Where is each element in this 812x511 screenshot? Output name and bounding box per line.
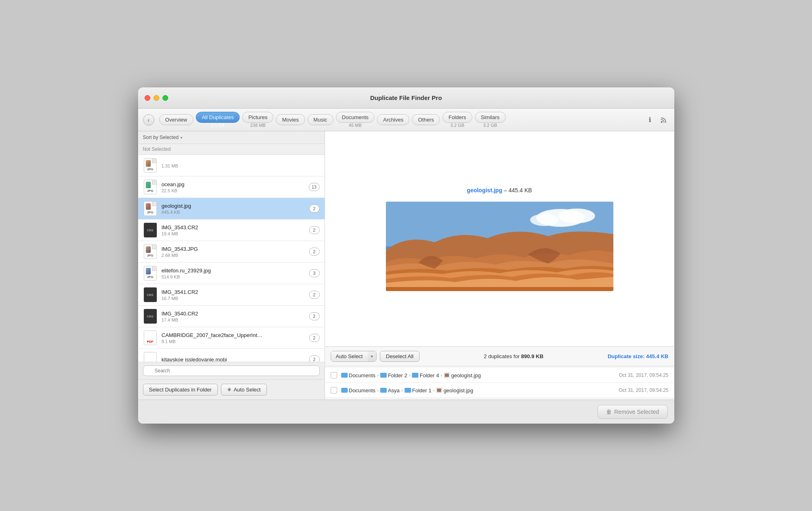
path-folder: Documents — [341, 387, 376, 394]
duplicate-badge: 2 — [309, 291, 320, 299]
window-title: Duplicate File Finder Pro — [370, 94, 442, 101]
list-item[interactable]: CR2 IMG_3540.CR2 17.4 MB 2 — [138, 306, 325, 327]
path-folder: Asya — [380, 387, 400, 394]
tab-folders[interactable]: Folders 3.2 GB — [442, 112, 472, 128]
tab-documents-size: 45 MB — [349, 123, 362, 128]
list-item[interactable]: MOBI kitayskoe issledovanie.mobi 2 — [138, 349, 325, 362]
tab-movies[interactable]: Movies — [276, 114, 305, 125]
rss-icon[interactable] — [658, 114, 669, 126]
file-icon: PDF — [143, 331, 158, 345]
file-icon: JPG — [143, 158, 158, 173]
file-info: kitayskoe issledovanie.mobi — [162, 357, 309, 362]
traffic-lights — [145, 95, 168, 101]
tab-music[interactable]: Music — [307, 114, 333, 125]
file-size: 16.7 MB — [162, 296, 309, 301]
folder-icon — [380, 388, 387, 393]
auto-select-button[interactable]: ✳ Auto Select — [221, 384, 267, 396]
duplicate-badge: 3 — [309, 269, 320, 277]
list-item[interactable]: JPG IMG_3543.JPG 2.68 MB 2 — [138, 241, 325, 263]
maximize-button[interactable] — [162, 95, 168, 101]
close-button[interactable] — [145, 95, 150, 101]
file-name: CAMBRIDGE_2007_face2face_UpperInt… — [162, 332, 309, 338]
dup-size-label: Duplicate size: — [608, 353, 645, 359]
path-folder-name: Folder 2 — [388, 372, 407, 378]
file-info: IMG_3541.CR2 16.7 MB — [162, 289, 309, 301]
duplicate-item[interactable]: Documents › Asya › Folder 1 — [325, 383, 674, 398]
dup-auto-select-arrow-button[interactable]: ▾ — [368, 351, 376, 361]
file-size: 19.4 MB — [162, 231, 309, 236]
duplicate-badge: 2 — [309, 204, 320, 213]
tab-others-label[interactable]: Others — [412, 114, 440, 125]
preview-area: geologist.jpg – 445.4 KB — [325, 131, 674, 347]
file-size: 17.4 MB — [162, 317, 309, 322]
list-item[interactable]: JPG ocean.jpg 22.5 KB 13 — [138, 176, 325, 198]
sort-dropdown-icon[interactable]: ▾ — [180, 135, 182, 140]
tab-pictures[interactable]: Pictures 238 MB — [242, 112, 273, 128]
search-input[interactable] — [143, 365, 320, 376]
file-icon: JPG — [143, 244, 158, 259]
tab-similars-label[interactable]: Similars — [475, 112, 506, 123]
preview-title: geologist.jpg – 445.4 KB — [467, 187, 532, 194]
file-size: 9.1 MB — [162, 339, 309, 344]
file-icon: CR2 — [143, 287, 158, 302]
dup-info-text: 2 duplicates for — [484, 353, 520, 359]
path-folder-name: Documents — [349, 387, 376, 394]
path-chevron-icon: › — [377, 373, 379, 378]
deselect-all-button[interactable]: Deselect All — [380, 351, 420, 362]
path-folder: Folder 2 — [380, 372, 407, 378]
tab-pictures-label[interactable]: Pictures — [242, 112, 273, 123]
tab-all-duplicates-label[interactable]: All Duplicates — [196, 112, 240, 123]
sort-bar: Sort by Selected ▾ — [138, 131, 325, 144]
auto-select-label: Auto Select — [234, 387, 261, 393]
tab-all-duplicates[interactable]: All Duplicates 3.5 GB — [196, 112, 240, 128]
dup-toolbar: Auto Select ▾ Deselect All 2 duplicates … — [325, 347, 674, 366]
dup-size-value: 445.4 KB — [646, 353, 669, 359]
tab-overview-label[interactable]: Overview — [159, 114, 193, 125]
tab-archives-label[interactable]: Archives — [377, 114, 409, 125]
file-info: 1.31 MB — [162, 163, 320, 168]
file-icon: JPG — [143, 180, 158, 194]
file-size: 1.31 MB — [162, 163, 320, 168]
right-panel: geologist.jpg – 445.4 KB — [325, 131, 674, 400]
dup-checkbox[interactable] — [331, 372, 337, 378]
list-item[interactable]: JPG elitefon.ru_23929.jpg 514.9 KB 3 — [138, 263, 325, 284]
select-duplicates-in-folder-button[interactable]: Select Duplicates in Folder — [143, 384, 218, 396]
list-item[interactable]: JPG geologist.jpg 445.4 KB 2 — [138, 198, 325, 220]
svg-rect-7 — [445, 374, 449, 377]
file-info: elitefon.ru_23929.jpg 514.9 KB — [162, 267, 309, 279]
file-name: IMG_3543.CR2 — [162, 224, 309, 230]
tab-movies-label[interactable]: Movies — [276, 114, 305, 125]
duplicate-badge: 2 — [309, 312, 320, 320]
toolbar: ‹ Overview All Duplicates 3.5 GB Picture… — [138, 109, 674, 131]
list-item[interactable]: PDF CAMBRIDGE_2007_face2face_UpperInt… 9… — [138, 327, 325, 349]
remove-selected-label: Remove Selected — [614, 409, 659, 415]
dup-checkbox[interactable] — [331, 387, 337, 394]
tab-similars[interactable]: Similars 3.2 GB — [475, 112, 506, 128]
file-name: kitayskoe issledovanie.mobi — [162, 357, 309, 362]
tab-overview[interactable]: Overview — [159, 114, 193, 125]
info-icon[interactable]: ℹ — [644, 114, 656, 126]
dup-auto-select-button[interactable]: Auto Select — [331, 351, 368, 361]
path-filename: geologist.jpg — [451, 372, 481, 378]
list-item[interactable]: JPG 1.31 MB — [138, 155, 325, 176]
remove-selected-button[interactable]: 🗑 Remove Selected — [598, 405, 668, 419]
tab-archives[interactable]: Archives — [377, 114, 409, 125]
file-info: ocean.jpg 22.5 KB — [162, 181, 309, 193]
path-chevron-icon: › — [441, 373, 442, 378]
tab-documents-label[interactable]: Documents — [336, 112, 375, 123]
list-item[interactable]: CR2 IMG_3541.CR2 16.7 MB 2 — [138, 284, 325, 306]
titlebar: Duplicate File Finder Pro — [138, 87, 674, 109]
main-window: Duplicate File Finder Pro ‹ Overview All… — [138, 87, 674, 424]
minimize-button[interactable] — [154, 95, 159, 101]
path-folder: Folder 1 — [405, 387, 432, 394]
file-icon: CR2 — [143, 309, 158, 324]
tab-folders-label[interactable]: Folders — [442, 112, 472, 123]
tab-others[interactable]: Others — [412, 114, 440, 125]
duplicate-item[interactable]: Documents › Folder 2 › Folder 4 — [325, 368, 674, 383]
path-file: geologist.jpg — [444, 372, 481, 378]
tab-documents[interactable]: Documents 45 MB — [336, 112, 375, 128]
back-button[interactable]: ‹ — [143, 114, 154, 126]
list-item[interactable]: CR2 IMG_3543.CR2 19.4 MB 2 — [138, 220, 325, 241]
file-name: geologist.jpg — [162, 203, 309, 209]
tab-music-label[interactable]: Music — [307, 114, 333, 125]
